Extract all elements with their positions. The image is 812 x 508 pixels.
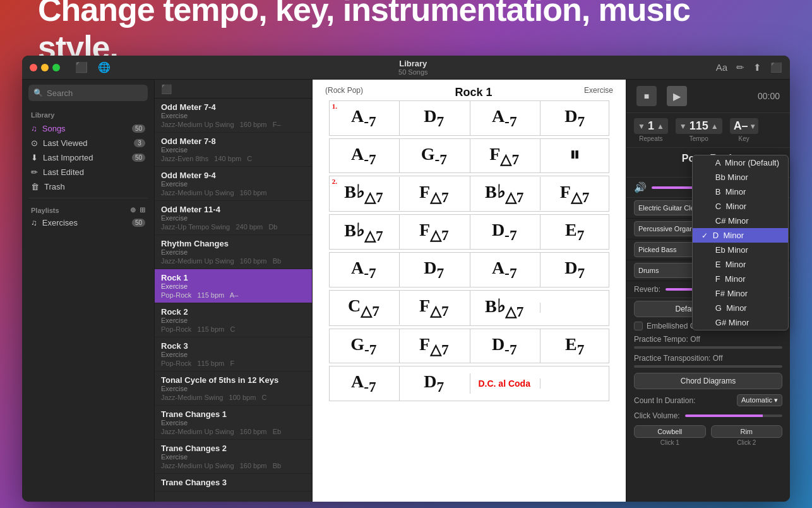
- globe-icon[interactable]: 🌐: [98, 61, 110, 73]
- count-in-select[interactable]: Automatic ▾: [737, 394, 782, 406]
- playlist-add-icon[interactable]: ⊕: [130, 206, 136, 214]
- playlist-item-exercises[interactable]: ♫ Exercises 50: [22, 215, 154, 230]
- click-volume-label: Click Volume:: [634, 411, 680, 420]
- minimize-button[interactable]: [41, 64, 49, 71]
- transport: ■ ▶ 00:00: [626, 80, 790, 113]
- share-icon[interactable]: ⬆: [753, 62, 761, 73]
- song-item-odd-meter-7-4[interactable]: Odd Meter 7-4 Exercise Jazz-Medium Up Sw…: [155, 99, 312, 133]
- cell-1-2: D7: [399, 101, 468, 135]
- cell-8-1: A-7: [330, 366, 398, 401]
- key-item-a-minor-default[interactable]: A Minor (Default): [693, 155, 788, 170]
- song-item-rock-3[interactable]: Rock 3 Exercise Pop-Rock 115 bpm F: [155, 337, 312, 372]
- key-item-c-minor[interactable]: C Minor: [693, 199, 788, 214]
- click-btn-group: Cowbell Click 1 Rim Click 2: [626, 423, 790, 449]
- trash-icon: 🗑: [31, 182, 39, 191]
- key-value[interactable]: A– ▾: [730, 118, 758, 134]
- sidebar-item-last-edited[interactable]: ✏ Last Edited: [22, 165, 154, 179]
- cell-1-4: D7: [540, 101, 609, 135]
- song-item-rhythm-changes[interactable]: Rhythm Changes Exercise Jazz-Medium Up S…: [155, 235, 312, 269]
- key-item-b-minor[interactable]: B Minor: [693, 184, 788, 199]
- app-window: ⬛ 🌐 Library 50 Songs Aa ✏ ⬆ ⬛ 🔍 Search L…: [22, 56, 790, 502]
- sidebar-toggle-icon[interactable]: ⬛: [75, 61, 88, 73]
- cell-3-2: F△7: [399, 177, 468, 211]
- key-item-g-minor[interactable]: G Minor: [693, 301, 788, 315]
- practice-tempo-row: Practice Tempo: Off: [626, 332, 790, 351]
- practice-transposition-slider[interactable]: [634, 365, 782, 368]
- song-item-rock-2[interactable]: Rock 2 Exercise Pop-Rock 115 bpm C: [155, 303, 312, 337]
- song-item-trane-1[interactable]: Trane Changes 1 Exercise Jazz-Medium Up …: [155, 406, 312, 440]
- key-item-d-minor[interactable]: ✓ D Minor: [693, 228, 788, 243]
- play-button[interactable]: ▶: [667, 86, 687, 106]
- repeats-label: Repeats: [639, 135, 662, 142]
- columns-icon[interactable]: ⬛: [770, 62, 782, 73]
- columns-icon-2[interactable]: ⬛: [161, 84, 172, 94]
- last-edited-icon: ✏: [31, 167, 38, 177]
- sidebar-item-songs[interactable]: ♫ Songs 50: [22, 121, 154, 136]
- close-button[interactable]: [30, 64, 37, 71]
- key-item-f-sharp-minor[interactable]: F# Minor: [693, 286, 788, 301]
- cell-3-4: F△7: [540, 177, 609, 211]
- click2-button[interactable]: Rim: [711, 425, 783, 438]
- last-viewed-icon: ⊙: [31, 138, 38, 148]
- font-icon[interactable]: Aa: [716, 62, 727, 73]
- key-item-c-sharp-minor[interactable]: C# Minor: [693, 214, 788, 228]
- cell-4-2: F△7: [399, 215, 468, 249]
- playlist-header-icons: ⊕ ⊞: [130, 206, 145, 214]
- sidebar-item-trash[interactable]: 🗑 Trash: [22, 179, 154, 194]
- song-item-trane-3[interactable]: Trane Changes 3: [155, 474, 312, 492]
- embellished-chords-checkbox[interactable]: [634, 322, 643, 330]
- cell-2-3: F△7: [470, 139, 539, 173]
- sheet-area: (Rock Pop) Rock 1 Exercise 1.A-7 D7 A-7 …: [313, 80, 626, 502]
- sheet-row-7: G-7 F△7 D-7 E7: [329, 329, 610, 364]
- cell-1-1: 1.A-7: [330, 101, 398, 135]
- key-item-f-minor[interactable]: F Minor: [693, 272, 788, 286]
- cell-3-3: B♭△7: [470, 176, 539, 211]
- sidebar-item-last-imported[interactable]: ⬇ Last Imported 50: [22, 150, 154, 165]
- search-bar[interactable]: 🔍 Search: [28, 85, 148, 101]
- cell-5-2: D7: [399, 253, 468, 287]
- last-imported-icon: ⬇: [31, 153, 38, 162]
- song-item-odd-meter-11-4[interactable]: Odd Meter 11-4 Exercise Jazz-Up Tempo Sw…: [155, 201, 312, 235]
- click1-button[interactable]: Cowbell: [634, 425, 706, 438]
- sidebar-item-last-viewed[interactable]: ⊙ Last Viewed 3: [22, 136, 154, 150]
- stop-button[interactable]: ■: [636, 86, 657, 106]
- key-item-e-minor[interactable]: E Minor: [693, 257, 788, 272]
- key-item-bb-minor[interactable]: Bb Minor: [693, 170, 788, 184]
- title-bar: ⬛ 🌐 Library 50 Songs Aa ✏ ⬆ ⬛: [22, 56, 790, 80]
- library-title: Library: [399, 59, 427, 68]
- song-item-odd-meter-9-4[interactable]: Odd Meter 9-4 Exercise Jazz-Medium Up Sw…: [155, 167, 312, 201]
- chord-diagrams-button[interactable]: Chord Diagrams: [634, 373, 782, 389]
- sheet-row-8: A-7 D7 D.C. al Coda: [329, 366, 610, 401]
- cell-5-1: A-7: [330, 253, 398, 287]
- repeats-up[interactable]: ▲: [657, 122, 664, 131]
- sheet-row-2: A-7 G-7 F△7 𝄥: [329, 138, 610, 174]
- practice-transposition-label: Practice Transposition: Off: [634, 354, 723, 363]
- sheet-subtitle-left: (Rock Pop): [325, 86, 363, 99]
- sidebar-divider: [28, 198, 148, 198]
- repeats-down[interactable]: ▼: [638, 122, 645, 131]
- sheet-main-title: Rock 1: [455, 86, 492, 99]
- cell-2-4: 𝄥: [540, 139, 609, 172]
- tempo-down[interactable]: ▼: [679, 122, 687, 131]
- pen-icon[interactable]: ✏: [736, 62, 744, 73]
- fullscreen-button[interactable]: [52, 64, 60, 71]
- song-list-header: ⬛: [155, 80, 312, 99]
- song-item-trane-2[interactable]: Trane Changes 2 Exercise Jazz-Medium Up …: [155, 440, 312, 474]
- playlist-options-icon[interactable]: ⊞: [140, 206, 145, 214]
- key-item-g-sharp-minor[interactable]: G# Minor: [693, 315, 788, 330]
- practice-tempo-slider[interactable]: [634, 346, 782, 349]
- song-item-tonal-cycle[interactable]: Tonal Cycle of 5ths in 12 Keys Exercise …: [155, 372, 312, 406]
- click2-group: Rim Click 2: [711, 425, 783, 446]
- song-item-rock-1[interactable]: Rock 1 Exercise Pop-Rock 115 bpm A–: [155, 269, 312, 303]
- tempo-up[interactable]: ▲: [711, 122, 719, 131]
- click1-group: Cowbell Click 1: [634, 425, 706, 446]
- practice-transposition-row: Practice Transposition: Off: [626, 351, 790, 370]
- click-volume-slider[interactable]: [685, 414, 782, 417]
- song-item-odd-meter-7-8[interactable]: Odd Meter 7-8 Exercise Jazz-Even 8ths 14…: [155, 133, 312, 167]
- repeats-value: ▼ 1 ▲: [634, 118, 668, 134]
- playlist-icon: ♫: [31, 218, 37, 227]
- key-dropdown-arrow[interactable]: ▾: [751, 122, 755, 131]
- key-item-eb-minor[interactable]: Eb Minor: [693, 243, 788, 257]
- key-dropdown: A Minor (Default) Bb Minor B Minor C Min…: [692, 155, 789, 330]
- sheet-row-4: B♭△7 F△7 D-7 E7: [329, 214, 610, 250]
